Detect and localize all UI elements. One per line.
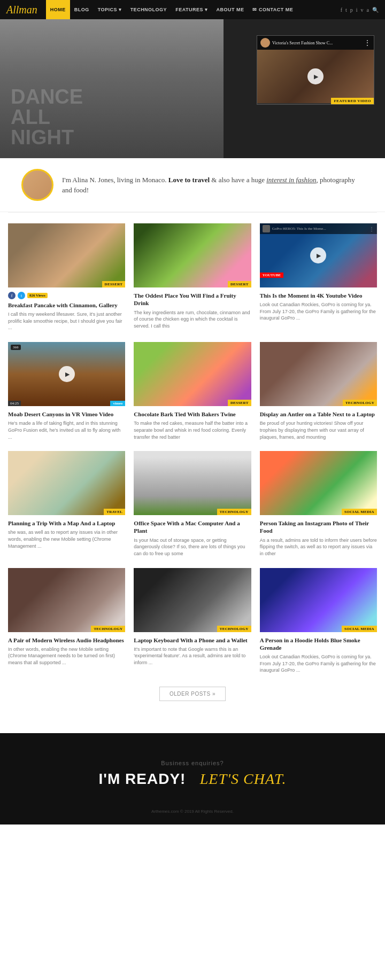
article-img-5[interactable]: DESSERT <box>134 342 251 406</box>
article-body-4: Moab Desert Canyons in VR Vimeo Video He… <box>8 406 125 442</box>
category-badge-5: DESSERT <box>228 400 251 406</box>
facebook-share-icon[interactable]: f <box>8 292 16 299</box>
article-excerpt-3: Look out Canadian Rockies, GoPro is comi… <box>260 301 377 322</box>
bio-underline: interest in fashion <box>266 176 316 184</box>
article-img-11[interactable]: TECHNOLOGY <box>134 568 251 632</box>
bio-intro: I'm Alina N. Jones, living in Monaco. <box>62 176 167 184</box>
category-badge-8: TECHNOLOGY <box>217 509 251 515</box>
nav-contact[interactable]: ✉ CONTACT ME <box>248 0 297 19</box>
play-button-3[interactable] <box>310 247 326 263</box>
video-overlay-4[interactable] <box>8 342 125 406</box>
article-title-5[interactable]: Chocolate Bark Tied With Bakers Twine <box>134 410 251 418</box>
article-card-5: DESSERT Chocolate Bark Tied With Bakers … <box>134 342 251 442</box>
article-title-11[interactable]: Laptop Keyboard With a Phone and a Walle… <box>134 636 251 644</box>
play-button-4[interactable] <box>59 366 75 382</box>
article-body-9: Person Taking an Instagram Photo of Thei… <box>260 515 377 559</box>
article-meta-1: f t 826 Views <box>8 292 125 299</box>
footer-copyright: Arthemes.com © 2019 All Rights Reserved. <box>21 809 364 814</box>
social-links: f t p i v a 🔍 <box>341 7 379 13</box>
video-more-icon[interactable]: ⋮ <box>364 39 371 47</box>
article-card-1: DESSERT f t 826 Views Breakfast Pancake … <box>8 223 125 333</box>
hero-text-dance: DANCE <box>11 87 83 107</box>
article-title-1[interactable]: Breakfast Pancake with Cinnamon, Gallery <box>8 301 125 309</box>
article-body-8: Office Space With a Mac Computer And a P… <box>134 515 251 559</box>
video-overlay-3[interactable] <box>260 223 377 287</box>
article-excerpt-10: In other words, enabling the new Mobile … <box>8 646 125 666</box>
article-excerpt-8: Is your Mac out of storage space, or get… <box>134 537 251 557</box>
article-img-3[interactable]: GoPro HERO5: This Is the Mome... ⋮ YOUTU… <box>260 223 377 287</box>
category-badge-10: TECHNOLOGY <box>91 626 125 632</box>
article-img-10[interactable]: TECHNOLOGY <box>8 568 125 632</box>
vimeo-badge: vimeo <box>110 401 125 406</box>
article-card-4: 360 vimeo 04:25 Moab Desert Canyons in V… <box>8 342 125 442</box>
article-excerpt-4: He's made a life of taking flight, and i… <box>8 420 125 440</box>
vimeo-icon[interactable]: v <box>361 7 364 13</box>
nav-technology[interactable]: TECHNOLOGY <box>126 0 172 19</box>
article-card-10: TECHNOLOGY A Pair of Modern Wireless Aud… <box>8 568 125 676</box>
category-badge-12: SOCIAL MEDIA <box>342 626 377 632</box>
older-posts-button[interactable]: OLDER POSTS » <box>159 687 226 701</box>
twitter-share-icon[interactable]: t <box>18 292 25 299</box>
footer: Business enquiries? I'M READY! Let's Cha… <box>0 733 385 825</box>
bio-mid-text: & also have a huge <box>211 176 265 184</box>
article-body-10: A Pair of Modern Wireless Audio Headphon… <box>8 632 125 676</box>
article-excerpt-2: The key ingredients are rum, chocolate, … <box>134 309 251 330</box>
instagram-icon[interactable]: i <box>356 7 358 13</box>
nav-blog[interactable]: BLOG <box>70 0 94 19</box>
bio-text: I'm Alina N. Jones, living in Monaco. Lo… <box>62 175 364 196</box>
category-badge-6: TECHNOLOGY <box>343 400 377 406</box>
hero-text-all: ALL <box>11 107 83 127</box>
footer-headline-white: I'M READY! <box>99 771 186 787</box>
articles-grid: DESSERT f t 826 Views Breakfast Pancake … <box>8 223 377 676</box>
category-badge-7: TRAVEL <box>104 509 125 515</box>
article-card-12: SOCIAL MEDIA A Person in a Hoodie Holds … <box>260 568 377 676</box>
author-avatar <box>21 169 53 201</box>
article-title-2[interactable]: The Oddest Place You Will Find a Fruity … <box>134 292 251 307</box>
article-img-2[interactable]: DESSERT <box>134 223 251 287</box>
footer-headline-yellow[interactable]: Let's Chat. <box>200 771 287 787</box>
article-excerpt-9: As a result, admins are told to inform t… <box>260 537 377 557</box>
article-card-8: TECHNOLOGY Office Space With a Mac Compu… <box>134 451 251 559</box>
logo: Allman <box>6 4 37 16</box>
article-body-5: Chocolate Bark Tied With Bakers Twine To… <box>134 406 251 442</box>
article-title-12[interactable]: A Person in a Hoodie Holds Blue Smoke Gr… <box>260 636 377 652</box>
nav-home[interactable]: HOME <box>46 0 70 19</box>
search-icon[interactable]: 🔍 <box>372 7 379 13</box>
article-img-7[interactable]: TRAVEL <box>8 451 125 515</box>
article-img-6[interactable]: TECHNOLOGY <box>260 342 377 406</box>
article-excerpt-11: It's important to note that Google warns… <box>134 646 251 666</box>
vine-icon[interactable]: a <box>367 7 369 13</box>
article-img-1[interactable]: DESSERT <box>8 223 125 287</box>
twitter-icon[interactable]: t <box>345 7 347 13</box>
article-title-7[interactable]: Planning a Trip With a Map And a Laptop <box>8 519 125 527</box>
hero-main-image: DANCE ALL NIGHT <box>0 19 224 158</box>
article-title-3[interactable]: This Is the Moment in 4K Youtube Video <box>260 292 377 299</box>
article-excerpt-1: I call this my weekend lifesaver. Sure, … <box>8 311 125 331</box>
facebook-icon[interactable]: f <box>341 7 342 13</box>
article-img-12[interactable]: SOCIAL MEDIA <box>260 568 377 632</box>
footer-cta: Business enquiries? <box>21 760 364 766</box>
nav-topics[interactable]: TOPICS ▾ <box>94 0 126 19</box>
footer-headline: I'M READY! Let's Chat. <box>21 771 364 788</box>
article-img-8[interactable]: TECHNOLOGY <box>134 451 251 515</box>
pinterest-icon[interactable]: p <box>350 7 353 13</box>
article-img-9[interactable]: SOCIAL MEDIA <box>260 451 377 515</box>
video-thumb-body <box>257 50 374 103</box>
main-nav: HOME BLOG TOPICS ▾ TECHNOLOGY FEATURES ▾… <box>46 0 332 19</box>
article-title-10[interactable]: A Pair of Modern Wireless Audio Headphon… <box>8 636 125 644</box>
video-preview-img <box>257 50 374 103</box>
featured-video-card[interactable]: Victoria's Secret Fashion Show C... ⋮ FE… <box>257 35 374 105</box>
article-card-3: GoPro HERO5: This Is the Mome... ⋮ YOUTU… <box>260 223 377 333</box>
article-title-9[interactable]: Person Taking an Instagram Photo of Thei… <box>260 519 377 535</box>
nav-features[interactable]: FEATURES ▾ <box>171 0 212 19</box>
article-title-6[interactable]: Display an Antler on a Table Next to a L… <box>260 410 377 418</box>
hero-section: DANCE ALL NIGHT Victoria's Secret Fashio… <box>0 19 385 158</box>
article-title-4[interactable]: Moab Desert Canyons in VR Vimeo Video <box>8 410 125 418</box>
video-play-button[interactable] <box>307 68 324 84</box>
article-title-8[interactable]: Office Space With a Mac Computer And a P… <box>134 519 251 535</box>
nav-about[interactable]: ABOUT ME <box>212 0 248 19</box>
article-img-4[interactable]: 360 vimeo 04:25 <box>8 342 125 406</box>
article-body-3: This Is the Moment in 4K Youtube Video L… <box>260 287 377 333</box>
article-body-12: A Person in a Hoodie Holds Blue Smoke Gr… <box>260 632 377 676</box>
duration-badge: 04:25 <box>8 401 21 406</box>
